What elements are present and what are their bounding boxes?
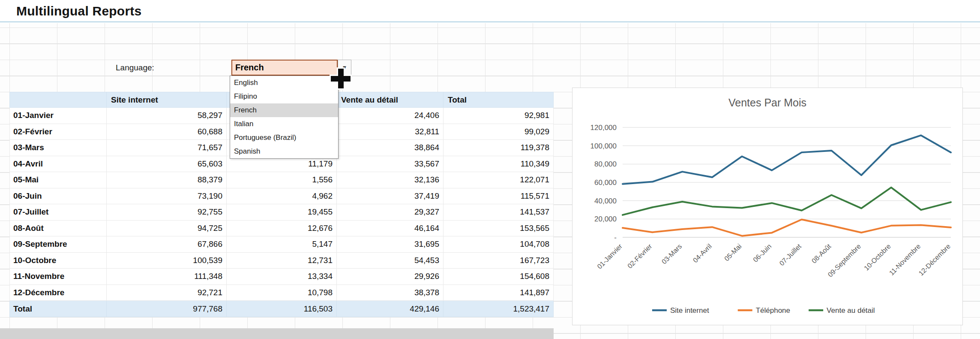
language-label: Language: (116, 63, 154, 73)
svg-text:80,000: 80,000 (594, 160, 617, 168)
value-cell[interactable]: 10,798 (227, 285, 337, 301)
value-cell[interactable]: 54,453 (337, 252, 444, 269)
svg-text:11-Novembre: 11-Novembre (888, 242, 922, 277)
value-cell[interactable]: 111,348 (107, 269, 227, 285)
language-combobox[interactable]: French (231, 60, 338, 76)
value-cell[interactable]: 977,768 (107, 301, 227, 317)
value-cell[interactable]: 60,688 (107, 124, 227, 140)
table-row: 05-Mai88,3791,55632,136122,071 (10, 172, 554, 188)
value-cell[interactable]: 71,657 (107, 140, 227, 156)
bottom-strip (0, 328, 554, 339)
table-row: 12-Décembre92,72110,79838,378141,897 (10, 285, 554, 301)
value-cell[interactable]: 38,864 (337, 140, 444, 156)
sales-chart[interactable]: Ventes Par Mois -20,00040,00060,00080,00… (572, 88, 963, 325)
svg-text:Téléphone: Téléphone (756, 306, 790, 315)
value-cell[interactable]: 67,866 (107, 236, 227, 253)
value-cell[interactable]: 73,190 (107, 188, 227, 204)
value-cell[interactable]: 119,378 (444, 140, 554, 156)
row-label-cell[interactable]: 03-Mars (10, 140, 107, 156)
svg-text:07-Juillet: 07-Juillet (778, 242, 803, 267)
svg-text:10-Octobre: 10-Octobre (863, 242, 892, 272)
value-cell[interactable]: 31,695 (337, 236, 444, 253)
language-option[interactable]: French (230, 103, 338, 117)
sales-chart-svg: -20,00040,00060,00080,000100,000120,0000… (572, 88, 962, 325)
value-cell[interactable]: 29,926 (337, 269, 444, 285)
value-cell[interactable]: 4,962 (227, 188, 337, 204)
value-cell[interactable]: 167,723 (444, 252, 554, 269)
svg-text:Site internet: Site internet (670, 306, 709, 315)
value-cell[interactable]: 5,147 (227, 236, 337, 253)
value-cell[interactable]: 116,503 (227, 301, 337, 317)
column-header[interactable] (10, 92, 107, 108)
language-selected-value: French (232, 63, 264, 73)
value-cell[interactable]: 58,297 (107, 108, 227, 124)
svg-text:12-Décembre: 12-Décembre (917, 242, 952, 277)
value-cell[interactable]: 46,164 (337, 220, 444, 236)
value-cell[interactable]: 141,897 (444, 285, 554, 301)
value-cell[interactable]: 37,419 (337, 188, 444, 204)
row-label-cell[interactable]: 01-Janvier (10, 108, 107, 124)
language-option[interactable]: Spanish (230, 145, 338, 158)
value-cell[interactable]: 12,676 (227, 220, 337, 236)
value-cell[interactable]: 94,725 (107, 220, 227, 236)
table-row: 08-Août94,72512,67646,164153,565 (10, 220, 554, 236)
value-cell[interactable]: 92,981 (444, 108, 554, 124)
value-cell[interactable]: 88,379 (107, 172, 227, 188)
value-cell[interactable]: 154,608 (444, 269, 554, 285)
value-cell[interactable]: 141,537 (444, 204, 554, 221)
value-cell[interactable]: 1,523,417 (444, 301, 554, 317)
dropdown-arrow-button[interactable]: ▼ (338, 60, 351, 76)
column-header[interactable]: Site internet (107, 92, 227, 108)
row-label-cell[interactable]: 09-Septembre (10, 236, 107, 253)
row-label-cell[interactable]: 04-Avril (10, 156, 107, 172)
value-cell[interactable]: 12,731 (227, 252, 337, 269)
value-cell[interactable]: 13,334 (227, 269, 337, 285)
row-label-cell[interactable]: 06-Juin (10, 188, 107, 204)
svg-text:-: - (614, 233, 617, 242)
row-label-cell[interactable]: Total (10, 301, 107, 317)
row-label-cell[interactable]: 05-Mai (10, 172, 107, 188)
row-label-cell[interactable]: 12-Décembre (10, 285, 107, 301)
value-cell[interactable]: 1,556 (227, 172, 337, 188)
value-cell[interactable]: 32,136 (337, 172, 444, 188)
language-option[interactable]: Portuguese (Brazil) (230, 131, 338, 145)
svg-text:100,000: 100,000 (590, 142, 617, 150)
column-header[interactable]: Total (444, 92, 554, 108)
value-cell[interactable]: 122,071 (444, 172, 554, 188)
svg-text:03-Mars: 03-Mars (660, 242, 683, 266)
row-label-cell[interactable]: 07-Juillet (10, 204, 107, 221)
chevron-down-icon: ▼ (342, 65, 348, 70)
value-cell[interactable]: 38,378 (337, 285, 444, 301)
svg-text:05-Mai: 05-Mai (723, 242, 743, 263)
value-cell[interactable]: 29,327 (337, 204, 444, 221)
value-cell[interactable]: 32,811 (337, 124, 444, 140)
value-cell[interactable]: 100,539 (107, 252, 227, 269)
value-cell[interactable]: 153,565 (444, 220, 554, 236)
app-header: Multilingual Reports (0, 0, 980, 22)
row-label-cell[interactable]: 11-Novembre (10, 269, 107, 285)
svg-text:40,000: 40,000 (594, 197, 617, 205)
value-cell[interactable]: 92,721 (107, 285, 227, 301)
column-header[interactable]: Vente au détail (337, 92, 444, 108)
svg-text:120,000: 120,000 (590, 124, 617, 132)
value-cell[interactable]: 33,567 (337, 156, 444, 172)
language-option[interactable]: Italian (230, 117, 338, 131)
value-cell[interactable]: 24,406 (337, 108, 444, 124)
svg-text:20,000: 20,000 (594, 215, 617, 223)
value-cell[interactable]: 110,349 (444, 156, 554, 172)
value-cell[interactable]: 99,029 (444, 124, 554, 140)
table-row: 06-Juin73,1904,96237,419115,571 (10, 188, 554, 204)
language-option[interactable]: Filipino (230, 90, 338, 103)
value-cell[interactable]: 19,455 (227, 204, 337, 221)
value-cell[interactable]: 115,571 (444, 188, 554, 204)
spreadsheet-screen: Multilingual Reports Language: French ▼ … (0, 0, 980, 339)
value-cell[interactable]: 65,603 (107, 156, 227, 172)
value-cell[interactable]: 429,146 (337, 301, 444, 317)
value-cell[interactable]: 92,755 (107, 204, 227, 221)
language-option[interactable]: English (230, 76, 338, 90)
value-cell[interactable]: 104,708 (444, 236, 554, 253)
row-label-cell[interactable]: 02-Février (10, 124, 107, 140)
row-label-cell[interactable]: 10-Octobre (10, 252, 107, 269)
table-row: 11-Novembre111,34813,33429,926154,608 (10, 269, 554, 285)
row-label-cell[interactable]: 08-Août (10, 220, 107, 236)
